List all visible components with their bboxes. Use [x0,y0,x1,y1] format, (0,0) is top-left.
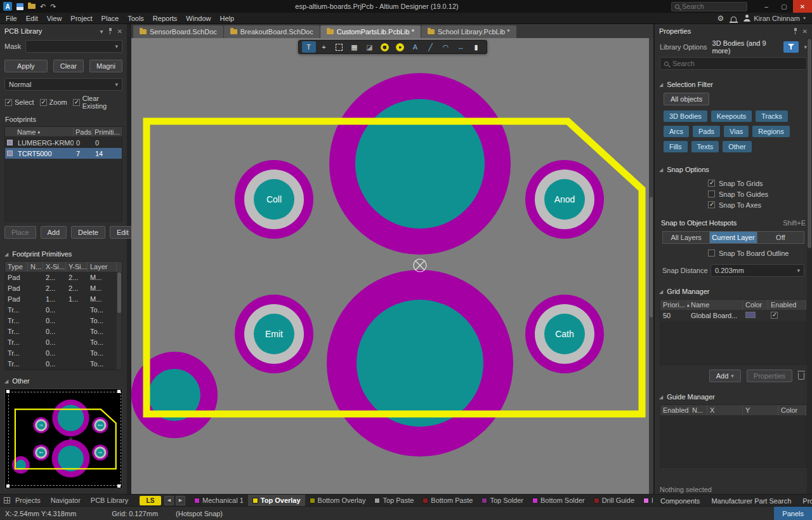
menu-item[interactable]: File [1,13,22,23]
undo-icon[interactable]: ↶ [40,3,46,10]
segment-current-layer[interactable]: Current Layer [710,232,757,243]
chevron-down-icon[interactable]: ▾ [100,28,103,35]
line-tool[interactable]: ╱ [424,41,438,53]
snap-options-section[interactable]: ◢ Snap Options [655,161,812,175]
apply-button[interactable]: Apply [4,60,48,72]
footprint-action-button[interactable]: Delete [71,226,105,239]
primitive-row[interactable]: Pad 1... 1... M... [5,293,122,304]
grid-color-swatch[interactable] [745,312,756,318]
grid-properties-button[interactable]: Properties [747,370,792,382]
footprint-primitives-section[interactable]: ◢ Footprint Primitives [0,246,127,260]
primitive-row[interactable]: Tr... 0... To... [5,337,122,347]
filter-pill[interactable]: Texts [691,141,719,152]
grid-enabled-checkbox[interactable] [771,312,778,319]
scroll-right-icon[interactable]: ▶ [176,496,185,505]
selection-filter-tool[interactable]: T [302,41,316,53]
filter-pill[interactable]: Vias [724,126,749,137]
maximize-button[interactable]: ▢ [775,0,793,13]
panel-tab[interactable]: Components [655,495,705,507]
column-header[interactable]: Y-Si... [66,262,88,272]
string-tool[interactable]: A [409,41,422,53]
close-icon[interactable]: ✕ [802,28,808,35]
column-header[interactable]: Enabled [768,300,806,310]
close-button[interactable]: ✕ [793,0,812,13]
column-header[interactable]: Layer [88,262,117,272]
snap-checkbox[interactable]: Snap To Guides [708,189,812,199]
snap-distance-dropdown[interactable]: 0.203mm▾ [710,264,804,277]
grid-row[interactable]: 50 Global Board... [660,310,806,321]
view-checkbox[interactable]: Clear Existing [73,95,122,110]
eraser-tool[interactable]: ◪ [363,41,377,53]
open-icon[interactable] [28,4,36,9]
panel-tab[interactable]: P [133,495,134,507]
mask-dropdown[interactable]: ▾ [25,40,122,53]
menu-item[interactable]: View [43,13,67,23]
properties-search[interactable] [660,57,807,70]
menu-item[interactable]: Help [215,13,239,23]
selection-filter-section[interactable]: ◢ Selection Filter [655,76,812,90]
select-area-tool[interactable] [332,41,346,53]
footprint-action-button[interactable]: Add [41,226,67,239]
selection-handle[interactable] [6,484,10,488]
canvas-scrollbar[interactable] [649,38,653,494]
column-header[interactable]: Primiti... [93,127,122,137]
primitive-row[interactable]: Tr... 0... To... [5,315,122,326]
save-icon[interactable] [16,3,23,10]
layer-tab[interactable]: Keep-Out Layer [639,495,653,507]
menu-item[interactable]: Tools [123,13,148,23]
primitive-row[interactable]: Tr... 0... To... [5,326,122,337]
delete-grid-icon[interactable] [798,373,804,380]
column-header[interactable]: Priori...▴ [660,300,688,310]
clear-button[interactable]: Clear [53,60,84,72]
layer-set-button[interactable]: LS [140,496,161,505]
filter-pill[interactable]: 3D Bodies [664,110,707,122]
search-input[interactable] [682,3,740,10]
doc-tab-active[interactable]: CustomPartsLib.PcbLib * [320,25,421,38]
column-header[interactable]: Name▴ [15,127,74,137]
menu-item[interactable]: Place [97,13,124,23]
selection-handle[interactable] [117,484,121,488]
board-outline-checkbox[interactable]: Snap To Board Outline [708,248,812,258]
pad-cath[interactable]: Cath [525,295,604,373]
column-header[interactable]: Pads [74,127,93,137]
view-checkbox[interactable]: Select [5,98,34,106]
segment-off[interactable]: Off [757,232,804,243]
mode-dropdown[interactable]: Normal▾ [4,78,122,91]
menu-item[interactable]: Window [181,13,215,23]
menu-item[interactable]: Edit [22,13,43,23]
minimize-button[interactable]: – [757,0,775,13]
layer-tab[interactable]: Bottom Solder [528,495,589,507]
layer-tab[interactable]: Mechanical 1 [190,495,248,507]
scrollbar[interactable] [807,38,812,494]
add-grid-button[interactable]: Add▾ [709,370,741,382]
scrollbar[interactable] [117,272,122,370]
bottom-pad-copper[interactable] [357,300,483,427]
column-header[interactable]: X [707,405,743,415]
footprint-preview[interactable] [4,389,122,489]
filter-pill[interactable]: Pads [693,126,720,137]
snap-checkbox[interactable]: Snap To Grids [708,178,812,189]
primitive-row[interactable]: Pad 2... 2... M... [5,272,122,283]
doc-tab[interactable]: School Library.PcbLib * [421,25,516,38]
primitive-row[interactable]: Tr... 0... To... [5,347,122,358]
menu-item[interactable]: Reports [148,13,182,23]
column-header[interactable]: X-Si... [43,262,66,272]
layer-tab[interactable]: Drill Guide [589,495,639,507]
filter-pill[interactable]: Other [723,141,752,152]
grid-manager-section[interactable]: ◢ Grid Manager [655,283,812,297]
properties-search-input[interactable] [672,60,731,67]
guide-manager-section[interactable]: ◢ Guide Manager [655,389,812,403]
selection-handle[interactable] [6,390,10,393]
pad-emit[interactable]: Emit [235,295,313,373]
array-tool[interactable]: ▦ [348,41,362,53]
menu-item[interactable]: Project [66,13,96,23]
layer-tab[interactable]: Top Paste [370,495,418,507]
column-header[interactable]: Name [688,300,743,310]
arc-tool[interactable]: ◠ [439,41,453,53]
pin-icon[interactable] [793,28,798,34]
filter-pill[interactable]: Tracks [756,110,788,122]
pad-anod[interactable]: Anod [525,160,604,239]
redo-icon[interactable]: ↷ [50,3,56,10]
primitive-row[interactable]: Tr... 0... To... [5,358,122,369]
doc-tab[interactable]: SensorBoard.SchDoc [133,25,223,38]
